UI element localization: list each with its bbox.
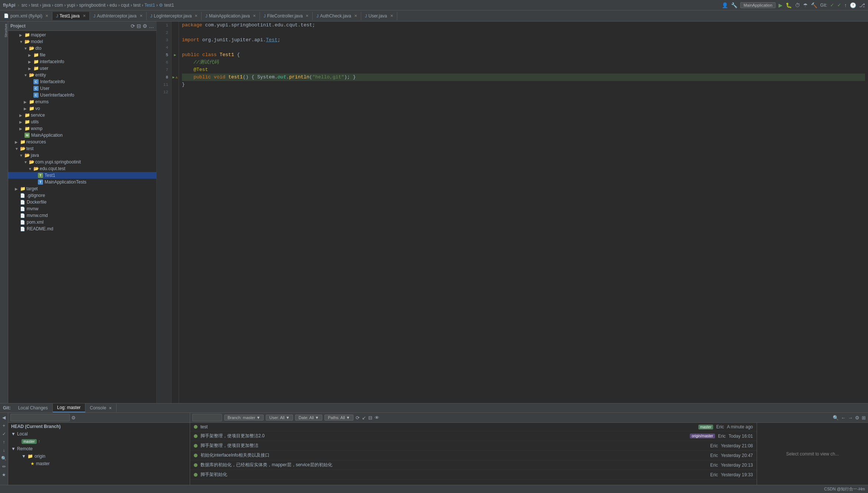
tree-wxmp[interactable]: ▶ 📁 wxmp: [8, 125, 156, 132]
person-icon[interactable]: 👤: [722, 2, 728, 8]
tree-entity[interactable]: ▼ 📂 entity: [8, 72, 156, 78]
git-collapse-icon[interactable]: ⊟: [368, 415, 372, 421]
close-tab-main[interactable]: ✕: [253, 14, 256, 18]
tree-user-interface-info-class[interactable]: C UserInterfaceInfo: [8, 92, 156, 98]
commit-icon[interactable]: ✓: [0, 430, 8, 438]
close-tab-pom[interactable]: ✕: [45, 14, 48, 18]
run-icon[interactable]: ▶: [779, 2, 783, 8]
close-tab-test1[interactable]: ✕: [83, 14, 86, 18]
git-local-master[interactable]: master ↑: [8, 438, 190, 445]
tab-file-controller[interactable]: J FileController.java ✕: [260, 12, 313, 20]
push-icon[interactable]: ↑: [0, 438, 8, 446]
tree-user-class[interactable]: C User: [8, 85, 156, 92]
tab-main-application[interactable]: J MainApplication.java ✕: [202, 12, 260, 20]
coverage-icon[interactable]: ☂: [803, 2, 808, 8]
tab-auth-check[interactable]: J AuthCheck.java ✕: [313, 12, 361, 20]
tree-test[interactable]: ▼ 📂 test: [8, 145, 156, 152]
close-console-btn[interactable]: ✕: [109, 406, 112, 410]
git-branch-icon[interactable]: ⎇: [859, 2, 865, 8]
git-branch-search[interactable]: [10, 414, 70, 421]
tree-interface-info-class[interactable]: C InterfaceInfo: [8, 78, 156, 85]
close-tab-auth[interactable]: ✕: [140, 14, 143, 18]
git-log-arrow-left[interactable]: ←: [841, 415, 846, 421]
git-log-row[interactable]: test master Eric A minute ago: [190, 423, 757, 431]
close-tab-log[interactable]: ✕: [195, 14, 198, 18]
collapse-icon[interactable]: ⊟: [137, 23, 141, 29]
tab-auth-interceptor[interactable]: J AuthInterceptor.java ✕: [90, 12, 147, 20]
settings-icon[interactable]: 🔧: [731, 2, 737, 8]
close-tab-file[interactable]: ✕: [306, 14, 309, 18]
tree-service[interactable]: ▶ 📁 service: [8, 112, 156, 119]
code-content[interactable]: package com.yupi.springbootinit.edu.cqut…: [179, 22, 868, 403]
tree-dockerfile[interactable]: 📄 Dockerfile: [8, 199, 156, 205]
git-fetch-icon[interactable]: ↙: [362, 415, 366, 421]
tab-test1-java[interactable]: J Test1.java ✕: [52, 12, 90, 20]
profile-icon[interactable]: ⏱: [795, 2, 800, 8]
git-head-item[interactable]: HEAD (Current Branch): [8, 423, 190, 430]
tree-resources[interactable]: ▶ 📁 resources: [8, 139, 156, 145]
tab-console[interactable]: Console ✕: [85, 404, 117, 412]
add-branch-icon[interactable]: +: [0, 422, 8, 430]
tree-mvnw[interactable]: 📄 mvnw: [8, 205, 156, 212]
tree-java[interactable]: ▼ 📂 java: [8, 152, 156, 159]
git-log-row[interactable]: 脚手架初始化 Eric Yesterday 19:33: [190, 470, 757, 480]
pull-icon[interactable]: ↓: [0, 446, 8, 454]
tree-mvnw-cmd[interactable]: 📄 mvnw.cmd: [8, 212, 156, 219]
build-icon[interactable]: 🔨: [811, 2, 817, 8]
git-local-section[interactable]: ▼ Local: [8, 430, 190, 438]
git-log-row[interactable]: 初始化interfaceInfo相关类以及接口 Eric Yesterday 2…: [190, 451, 757, 460]
tab-log-master[interactable]: Log: master: [53, 403, 85, 412]
sync-icon[interactable]: ⟳: [131, 23, 135, 29]
git-eye-icon[interactable]: 👁: [375, 415, 379, 421]
git-origin-master[interactable]: ★ master: [8, 460, 190, 467]
git-user-filter[interactable]: User: All ▼: [266, 415, 293, 421]
tab-local-changes[interactable]: Local Changes: [14, 404, 53, 412]
tree-test1[interactable]: T Test1: [8, 172, 156, 179]
close-tab-user[interactable]: ✕: [390, 14, 393, 18]
tree-main-app-tests[interactable]: T MainApplicationTests: [8, 179, 156, 185]
tree-readme[interactable]: 📄 README.md: [8, 226, 156, 232]
tree-utils[interactable]: ▶ 📁 utils: [8, 119, 156, 125]
git-branch-filter[interactable]: Branch: master ▼: [224, 415, 264, 421]
git-history-icon[interactable]: 🕐: [850, 2, 856, 8]
git-remote-section[interactable]: ▼ Remote: [8, 445, 190, 453]
git-refresh-icon[interactable]: ⟳: [356, 415, 360, 421]
tree-target[interactable]: ▶ 📁 target: [8, 185, 156, 192]
tree-enums[interactable]: ▶ 📁 enums: [8, 98, 156, 105]
git-log-more-icon[interactable]: ⊞: [862, 415, 866, 421]
git-push-icon[interactable]: ↑: [844, 2, 847, 8]
tree-interfaceinfo[interactable]: ▶ 📁 interfaceInfo: [8, 58, 156, 65]
tree-gitignore[interactable]: 📄 .gitignore: [8, 192, 156, 199]
git-log-settings-icon[interactable]: ⚙: [855, 415, 859, 421]
git-log-search-icon[interactable]: 🔍: [833, 415, 839, 421]
git-date-filter[interactable]: Date: All ▼: [295, 415, 322, 421]
tree-dto[interactable]: ▼ 📂 dto: [8, 45, 156, 52]
tree-user-dto[interactable]: ▶ 📁 user: [8, 65, 156, 72]
more-icon[interactable]: …: [149, 23, 154, 29]
run-gutter-8[interactable]: ▶ ⚠: [172, 74, 179, 81]
tree-vo[interactable]: ▶ 📁 vo: [8, 105, 156, 112]
git-origin-item[interactable]: ▼ 📁 origin: [8, 453, 190, 460]
search-bottom-icon[interactable]: 🔍: [0, 454, 8, 463]
run-config-btn[interactable]: MainApplication: [740, 2, 776, 8]
git-log-row[interactable]: 脚手架整理，使项目更加整洁 Eric Yesterday 21:08: [190, 441, 757, 451]
tab-log-interceptor[interactable]: J LogInterceptor.java ✕: [147, 12, 202, 20]
tree-package-edu[interactable]: ▼ 📂 edu.cqut.test: [8, 165, 156, 172]
structure-icon[interactable]: Structure: [0, 22, 8, 39]
git-settings-icon[interactable]: ⚙: [71, 415, 76, 421]
tree-mapper[interactable]: ▶ 📁 mapper: [8, 32, 156, 38]
close-tab-authcheck[interactable]: ✕: [354, 14, 357, 18]
bookmark-icon[interactable]: ★: [0, 471, 8, 479]
debug-icon[interactable]: 🐛: [786, 2, 792, 8]
editor-content[interactable]: 1 2 3 4 5 6 7 8 11 12 ▶ ▶: [157, 22, 868, 403]
run-gutter-5[interactable]: ▶: [172, 51, 179, 59]
git-log-row[interactable]: 数据库的初始化，已经相应实体类，mapper层，service层的初始化 Eri…: [190, 460, 757, 470]
git-log-search[interactable]: [192, 414, 222, 421]
tree-model[interactable]: ▼ 📂 model: [8, 38, 156, 45]
tree-main-app[interactable]: M MainApplication: [8, 132, 156, 139]
git-log-arrow-right[interactable]: →: [848, 415, 853, 421]
tree-package-root[interactable]: ▼ 📂 com.yupi.springbootinit: [8, 159, 156, 165]
git-log-row[interactable]: 脚手架整理，使项目更加整洁2.0 origin/master Eric Toda…: [190, 431, 757, 441]
tab-pom-xml[interactable]: 📄 pom.xml (flyApi) ✕: [0, 12, 52, 20]
git-paths-filter[interactable]: Paths: All ▼: [324, 415, 353, 421]
